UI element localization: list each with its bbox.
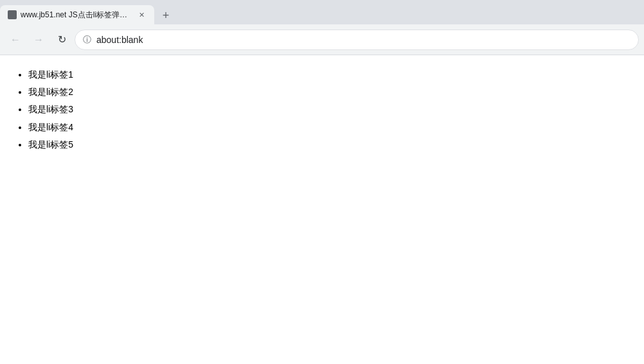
list: 我是li标签1我是li标签2我是li标签3我是li标签4我是li标签5 (10, 67, 634, 153)
tab-favicon (8, 10, 17, 19)
tab-title: www.jb51.net JS点击li标签弹出... (21, 10, 132, 21)
nav-bar: ← → ↻ ⓘ about:blank (0, 24, 644, 55)
new-tab-button[interactable]: + (157, 6, 175, 24)
address-bar[interactable]: ⓘ about:blank (75, 30, 639, 50)
list-item[interactable]: 我是li标签3 (28, 101, 634, 117)
reload-button[interactable]: ↻ (51, 30, 72, 50)
list-item[interactable]: 我是li标签5 (28, 137, 634, 153)
page-content: 我是li标签1我是li标签2我是li标签3我是li标签4我是li标签5 (0, 55, 644, 364)
lock-icon: ⓘ (83, 34, 91, 46)
list-item[interactable]: 我是li标签2 (28, 84, 634, 100)
back-button[interactable]: ← (5, 30, 26, 50)
address-text: about:blank (96, 35, 143, 45)
browser-frame: www.jb51.net JS点击li标签弹出... ✕ + ← → ↻ ⓘ a… (0, 0, 644, 364)
active-tab[interactable]: www.jb51.net JS点击li标签弹出... ✕ (0, 5, 154, 24)
tab-bar: www.jb51.net JS点击li标签弹出... ✕ + (0, 0, 644, 24)
list-item[interactable]: 我是li标签1 (28, 67, 634, 83)
list-item[interactable]: 我是li标签4 (28, 119, 634, 135)
tab-close-button[interactable]: ✕ (136, 10, 147, 20)
forward-button[interactable]: → (28, 30, 49, 50)
